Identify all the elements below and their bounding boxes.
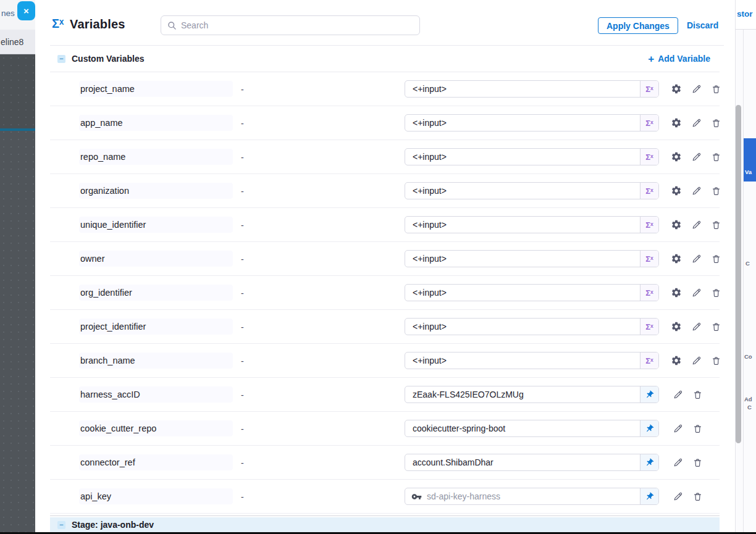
rail-tab-fragment-2[interactable]: Co (744, 353, 752, 360)
variable-type: - (241, 421, 244, 437)
history-link-fragment[interactable]: stor (737, 9, 753, 19)
variable-value-input[interactable]: <+input> Σˣ (405, 318, 659, 335)
edit-icon-button[interactable] (672, 491, 683, 502)
variable-value-input[interactable]: <+input> Σˣ (405, 114, 659, 131)
runtime-input-sigma-icon[interactable]: Σˣ (640, 285, 658, 301)
pin-icon[interactable] (640, 488, 658, 504)
variable-value-input[interactable]: <+input> Σˣ (405, 182, 659, 199)
settings-icon-button[interactable] (671, 287, 682, 298)
delete-icon-button[interactable] (710, 185, 721, 196)
rail-tab-variables[interactable]: Va (744, 138, 756, 181)
breadcrumb-fragment[interactable]: nes (1, 9, 15, 18)
pin-icon[interactable] (640, 386, 658, 403)
edit-icon-button[interactable] (691, 83, 702, 94)
edit-icon-button[interactable] (691, 355, 702, 366)
runtime-input-sigma-icon[interactable]: Σˣ (640, 251, 658, 267)
collapse-toggle-icon[interactable]: − (57, 55, 65, 63)
variable-value-input[interactable]: <+input> Σˣ (405, 352, 659, 369)
variable-value-input[interactable]: <+input> Σˣ (405, 80, 659, 98)
delete-icon-button[interactable] (710, 83, 721, 94)
variable-value: <+input> (413, 118, 640, 128)
variable-type: - (241, 183, 244, 199)
rail-tab-fragment-4[interactable]: C (747, 404, 752, 411)
edit-icon-button[interactable] (672, 389, 683, 400)
edit-icon-button[interactable] (691, 185, 702, 196)
variable-name: project_name (79, 81, 233, 97)
delete-icon-button[interactable] (710, 219, 721, 230)
edit-icon-button[interactable] (691, 117, 702, 128)
variables-drawer: Σˣ Variables Apply Changes Discard − Cus… (35, 0, 735, 532)
canvas-dim-region (0, 54, 35, 129)
delete-icon-button[interactable] (692, 389, 703, 400)
delete-icon-button[interactable] (710, 117, 721, 128)
settings-icon-button[interactable] (671, 117, 682, 128)
edit-icon-button[interactable] (691, 151, 702, 162)
variable-value: <+input> (413, 84, 640, 94)
delete-icon-button[interactable] (692, 457, 703, 468)
delete-icon-button[interactable] (710, 151, 721, 162)
rail-tab-fragment-1[interactable]: C (746, 260, 750, 267)
variable-value-input[interactable]: sd-api-key-harness (405, 488, 659, 505)
edit-icon-button[interactable] (691, 321, 702, 332)
edit-icon-button[interactable] (691, 219, 702, 230)
settings-icon-button[interactable] (671, 83, 682, 94)
delete-icon-button[interactable] (692, 491, 703, 502)
canvas-teal-line (0, 128, 35, 131)
variables-sigma-icon: Σˣ (52, 17, 64, 31)
pin-icon[interactable] (640, 420, 658, 436)
delete-icon-button[interactable] (710, 321, 721, 332)
add-variable-button[interactable]: + Add Variable (648, 54, 710, 64)
settings-icon-button[interactable] (671, 253, 682, 264)
settings-icon-button[interactable] (671, 355, 682, 366)
search-input[interactable] (181, 20, 419, 30)
variable-value-input[interactable]: <+input> Σˣ (405, 284, 659, 301)
variable-value-input[interactable]: zEaak-FLS425IEO7OLzMUg (405, 386, 659, 403)
rail-tab-fragment-3[interactable]: Ad (744, 396, 752, 403)
delete-icon-button[interactable] (710, 287, 721, 298)
row-actions (671, 117, 721, 128)
edit-icon-button[interactable] (672, 423, 683, 434)
pin-icon[interactable] (640, 454, 658, 470)
runtime-input-sigma-icon[interactable]: Σˣ (640, 353, 658, 369)
settings-icon-button[interactable] (671, 321, 682, 332)
scrollbar-thumb[interactable] (736, 105, 741, 443)
variable-type: - (241, 81, 244, 98)
collapse-toggle-icon[interactable]: − (57, 521, 65, 529)
delete-icon-button[interactable] (710, 253, 721, 264)
variable-value-input[interactable]: account.ShibamDhar (405, 454, 659, 471)
row-actions (671, 185, 721, 196)
variable-name: api_key (79, 488, 233, 504)
variable-value: <+input> (413, 186, 640, 196)
close-icon: × (23, 6, 29, 16)
variable-name: connector_ref (79, 454, 233, 470)
section-title: Custom Variables (72, 54, 145, 64)
pipeline-tab-fragment[interactable]: eline8 (0, 30, 35, 54)
variable-value-input[interactable]: cookiecutter-spring-boot (405, 420, 659, 437)
edit-icon-button[interactable] (672, 457, 683, 468)
variable-value-input[interactable]: <+input> Σˣ (405, 250, 659, 267)
row-actions (671, 219, 721, 230)
variable-value-input[interactable]: <+input> Σˣ (405, 216, 659, 233)
settings-icon-button[interactable] (671, 185, 682, 196)
settings-icon-button[interactable] (671, 151, 682, 162)
runtime-input-sigma-icon[interactable]: Σˣ (640, 319, 658, 335)
apply-changes-button[interactable]: Apply Changes (598, 17, 678, 34)
settings-icon-button[interactable] (671, 219, 682, 230)
row-actions (671, 83, 721, 94)
variable-name: repo_name (79, 149, 233, 165)
discard-button[interactable]: Discard (687, 20, 718, 30)
stage-section-title: Stage: java-onb-dev (72, 520, 154, 530)
runtime-input-sigma-icon[interactable]: Σˣ (640, 217, 658, 233)
delete-icon-button[interactable] (692, 423, 703, 434)
edit-icon-button[interactable] (691, 253, 702, 264)
runtime-input-sigma-icon[interactable]: Σˣ (640, 115, 658, 131)
runtime-input-sigma-icon[interactable]: Σˣ (640, 81, 658, 97)
runtime-input-sigma-icon[interactable]: Σˣ (640, 149, 658, 165)
variable-value-input[interactable]: <+input> Σˣ (405, 148, 659, 165)
runtime-input-sigma-icon[interactable]: Σˣ (640, 183, 658, 199)
variable-name: org_identifier (79, 285, 233, 301)
delete-icon-button[interactable] (710, 355, 721, 366)
edit-icon-button[interactable] (691, 287, 702, 298)
variable-value: cookiecutter-spring-boot (413, 423, 640, 433)
close-drawer-button[interactable]: × (17, 1, 35, 20)
